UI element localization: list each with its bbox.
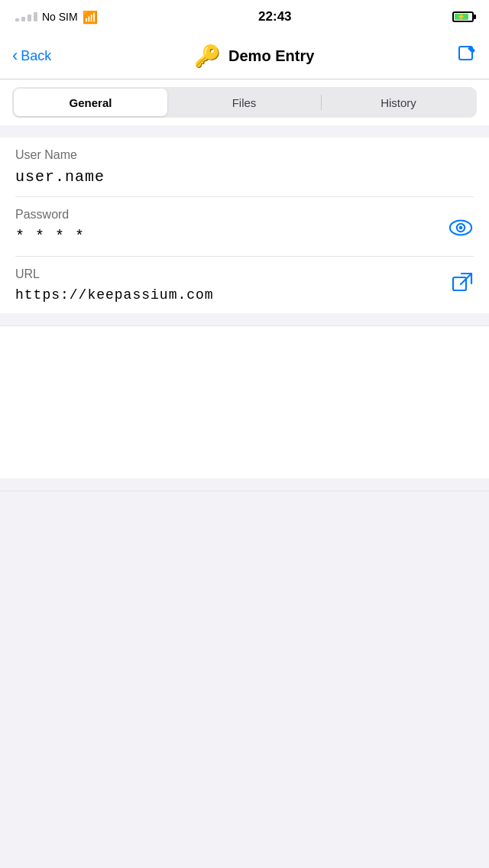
username-value: user.name (15, 168, 474, 186)
content-area: User Name user.name Password * * * * URL… (0, 138, 489, 313)
status-left: No SIM 📶 (15, 10, 98, 24)
tab-history[interactable]: History (322, 89, 475, 116)
url-value: https://keepassium.com (15, 287, 474, 303)
segment-control: General Files History (12, 87, 477, 118)
field-group: User Name user.name Password * * * * URL… (0, 138, 489, 313)
bottom-spacer (0, 326, 489, 478)
battery-icon: ⚡ (452, 11, 474, 22)
back-button[interactable]: ‹ Back (12, 48, 51, 64)
back-label: Back (21, 48, 51, 64)
bottom-spacer-2 (0, 491, 489, 582)
carrier-label: No SIM (42, 11, 78, 23)
wifi-icon: 📶 (83, 10, 98, 24)
tab-files[interactable]: Files (167, 89, 321, 116)
password-field: Password * * * * (15, 197, 474, 257)
username-label: User Name (15, 148, 474, 162)
svg-rect-4 (453, 277, 466, 290)
password-label: Password (15, 208, 474, 222)
nav-title-group: 🔑 Demo Entry (194, 44, 314, 69)
username-field: User Name user.name (15, 138, 474, 197)
segment-container: General Files History (0, 79, 489, 125)
status-bar: No SIM 📶 22:43 ⚡ (0, 0, 489, 34)
tab-general[interactable]: General (14, 89, 167, 116)
chevron-left-icon: ‹ (12, 47, 18, 64)
nav-bar: ‹ Back 🔑 Demo Entry (0, 34, 489, 79)
page-title: Demo Entry (228, 47, 314, 65)
url-label: URL (15, 267, 474, 281)
open-url-button[interactable] (451, 271, 474, 300)
status-time: 22:43 (258, 9, 291, 24)
signal-icon (15, 12, 37, 21)
status-right: ⚡ (452, 11, 474, 22)
reveal-password-button[interactable] (448, 218, 474, 242)
svg-point-3 (459, 226, 463, 230)
url-field: URL https://keepassium.com (15, 257, 474, 313)
password-value: * * * * (15, 228, 474, 245)
key-icon: 🔑 (194, 44, 221, 69)
edit-button[interactable] (457, 44, 477, 69)
